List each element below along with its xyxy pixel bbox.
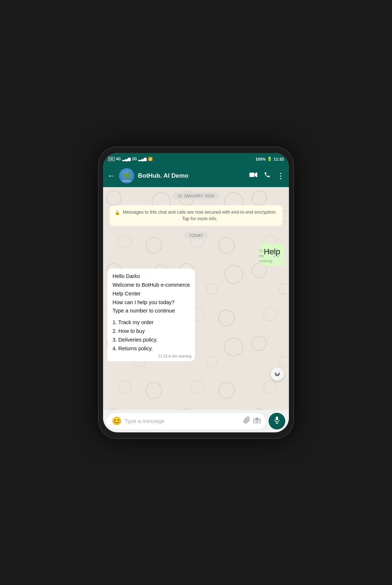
signal-2g: 2G xyxy=(132,157,137,161)
avatar-leaf-icon: 🌿 xyxy=(123,172,131,180)
svg-rect-4 xyxy=(276,416,278,420)
date-separator-today: TODAY xyxy=(184,232,208,239)
attach-icon[interactable] xyxy=(243,416,250,425)
chat-header: ← 🌿 bothub BotHub. AI Demo xyxy=(103,165,289,187)
voice-call-icon[interactable] xyxy=(264,172,270,180)
incoming-message-bot: Hello Darko Welcome to BotHub e-commerce… xyxy=(107,269,195,361)
hd-indicator: HD xyxy=(108,157,115,161)
header-action-icons: ⋮ xyxy=(249,172,285,180)
svg-point-3 xyxy=(256,420,258,422)
emoji-picker-icon[interactable]: 😊 xyxy=(112,416,122,426)
phone-screen: HD 4G ▂▄▆ 2G ▂▄▆ 📶 100% 🔋 11:32 ← 🌿 both… xyxy=(103,153,289,432)
incoming-greeting: Hello Darko xyxy=(113,272,190,281)
incoming-line2: Help Center xyxy=(113,290,190,298)
status-left: HD 4G ▂▄▆ 2G ▂▄▆ 📶 xyxy=(108,157,152,161)
clock: 11:32 xyxy=(274,157,284,161)
date-separator-january: 31 JANUARY 2020 xyxy=(172,192,219,199)
incoming-time-text: 11:13 in the morning xyxy=(158,354,191,360)
incoming-line1: Welcome to BotHub e-commerce xyxy=(113,281,190,290)
more-options-icon[interactable]: ⋮ xyxy=(277,172,285,180)
battery-icon: 🔋 xyxy=(267,157,272,161)
incoming-line3: How can I help you today? xyxy=(113,298,190,307)
scroll-down-button[interactable] xyxy=(271,368,284,381)
signal-4g: 4G xyxy=(116,157,121,161)
outgoing-message-time: 11:13 in the morning ✓✓ xyxy=(259,249,281,264)
battery-text: 100% xyxy=(256,157,266,161)
mic-icon xyxy=(274,416,280,426)
camera-icon[interactable] xyxy=(253,417,261,425)
svg-marker-1 xyxy=(255,172,257,177)
encryption-text: Messages to this chat and calls are now … xyxy=(122,209,277,223)
back-button[interactable]: ← xyxy=(107,171,115,181)
message-input-field[interactable]: 😊 Type a message xyxy=(107,413,266,429)
input-bar: 😊 Type a message xyxy=(103,410,289,432)
phone-frame: HD 4G ▂▄▆ 2G ▂▄▆ 📶 100% 🔋 11:32 ← 🌿 both… xyxy=(98,146,294,439)
signal-bars-2: ▂▄▆ xyxy=(138,157,147,161)
video-call-icon[interactable] xyxy=(249,172,257,179)
outgoing-time-text: 11:13 in the morning xyxy=(259,249,272,264)
incoming-message-time: 11:13 in the morning xyxy=(158,354,191,360)
lock-icon: 🔒 xyxy=(115,209,120,216)
menu-item-4: 4. Returns policy. xyxy=(113,344,190,353)
menu-item-2: 2. How to buy xyxy=(113,327,190,336)
status-right: 100% 🔋 11:32 xyxy=(256,157,284,161)
chat-body: 31 JANUARY 2020 🔒 Messages to this chat … xyxy=(103,187,289,410)
read-ticks-icon: ✓✓ xyxy=(273,253,281,259)
avatar-label-text: bothub xyxy=(122,180,131,182)
signal-bars-1: ▂▄▆ xyxy=(122,157,131,161)
menu-item-3: 3. Deliveries policy. xyxy=(113,336,190,344)
contact-avatar[interactable]: 🌿 bothub xyxy=(119,168,134,183)
menu-item-1: 1. Track my order xyxy=(113,318,190,327)
incoming-line4: Type a number to continue xyxy=(113,307,190,315)
mic-button[interactable] xyxy=(269,413,285,429)
svg-rect-0 xyxy=(249,173,254,177)
contact-name[interactable]: BotHub. AI Demo xyxy=(138,172,246,179)
encryption-notice[interactable]: 🔒 Messages to this chat and calls are no… xyxy=(110,205,282,226)
outgoing-message-help: Help 11:13 in the morning ✓✓ xyxy=(260,243,285,266)
message-placeholder[interactable]: Type a message xyxy=(124,418,240,424)
wifi-icon: 📶 xyxy=(148,157,152,161)
status-bar: HD 4G ▂▄▆ 2G ▂▄▆ 📶 100% 🔋 11:32 xyxy=(103,153,289,165)
incoming-menu-list: 1. Track my order 2. How to buy 3. Deliv… xyxy=(113,318,190,353)
